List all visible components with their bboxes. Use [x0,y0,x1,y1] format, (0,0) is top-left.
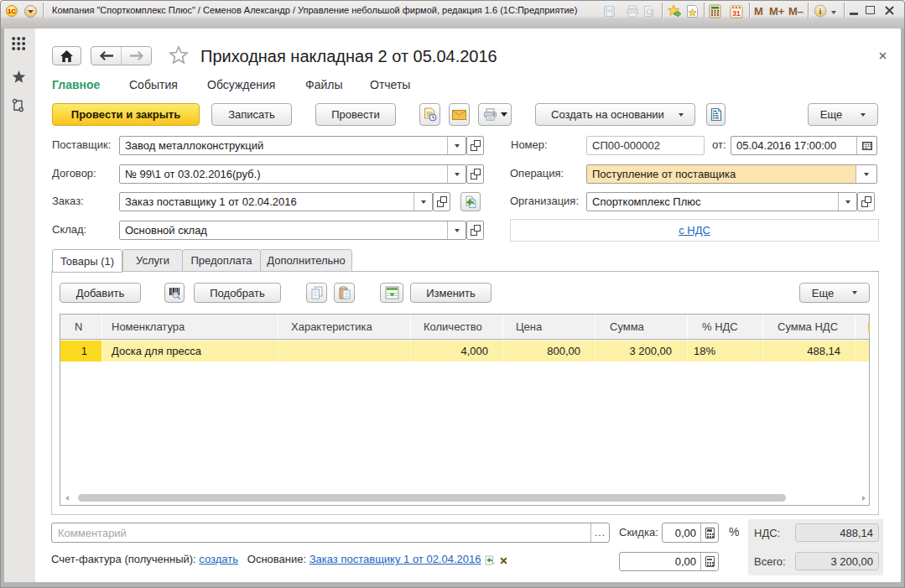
svg-text:1С: 1С [8,8,16,15]
svg-text:i: i [819,7,822,16]
svg-text:31: 31 [732,9,741,18]
